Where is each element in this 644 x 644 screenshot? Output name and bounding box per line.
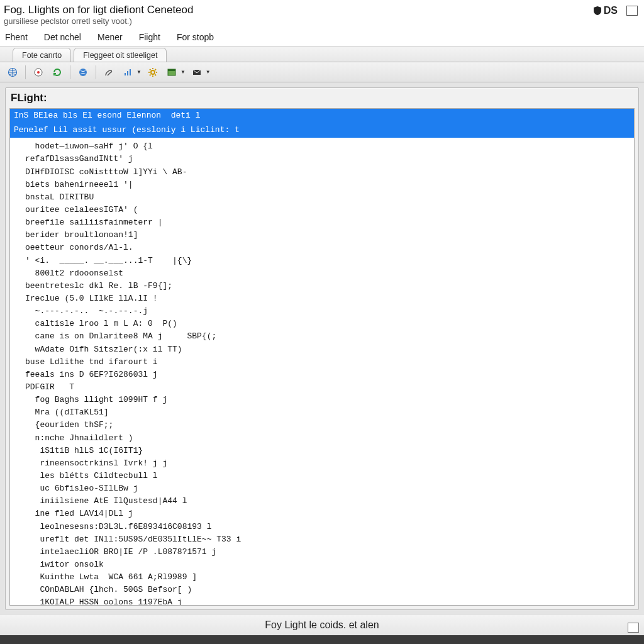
toolbar-separator [70,65,70,79]
menu-bar: Fhent Det nchel Mener Fiight For stopb [0,27,644,47]
svg-rect-4 [125,73,126,75]
code-line: ine fled LAVi4|DLl j [25,508,630,520]
title-left: Fog. LIights on for ligt diefiont Cenete… [4,4,193,26]
globe2-icon[interactable] [75,65,91,80]
menu-fiight[interactable]: Fiight [134,30,172,46]
code-selected-line: Penelef Lil assit ussur (essloniy i Licl… [10,123,634,138]
code-line: PDFGIR T [25,381,630,394]
brand-text: DS [604,5,618,16]
window-title: Fog. LIights on for ligt diefiont Cenete… [4,4,193,16]
menu-fhent[interactable]: Fhent [0,30,39,46]
window-icon[interactable] [164,65,179,80]
gauge-icon[interactable] [31,65,46,80]
chart-icon[interactable] [120,65,135,80]
work-area: FLight: InS BElea bls El esond Elennon d… [0,82,644,614]
taskbar-strip [0,635,644,644]
window-subtitle: gursiliese peclstor orretl seity voot.) [4,16,193,26]
code-line: caltisle lroo l m L A: 0 P() [25,318,630,330]
code-line: cane is on Dnlaritee8 MA j SBP{(; [25,330,630,343]
code-line: COnDABLAH {lhch. 50GS Befsor[ ) [25,584,630,596]
toolbar: ▼ ▼ ▼ [0,62,644,82]
svg-point-3 [79,69,87,76]
chevron-down-icon[interactable]: ▼ [206,69,211,75]
code-line: ouritee celaleesIGTA' ( [25,204,630,216]
code-line: iS1tiB hlLS 1C(I6IT1} [25,445,630,457]
code-line: rineensoctrkinsl Ivrk! j j [25,457,630,470]
tab-strip: Fote canrto Fleggeet oit stleeliget [0,47,644,62]
panel-title: FLight: [6,88,638,108]
code-line: les blétts Cildtecbull l [25,470,630,482]
code-line: buse Ldlithe tnd ifarourt i [25,356,630,369]
shield-icon [592,6,602,16]
code-line: biets bahenirneeel1 '| [25,179,630,191]
svg-rect-9 [168,69,175,71]
tab-label: Fote canrto [22,51,62,60]
code-line: DIHfDIOISC coNistttoW l]YYi \ AB- [25,166,630,179]
svg-rect-5 [127,71,128,75]
code-line: ' <i. _____. __.___...1-T |{\} [25,255,630,267]
chevron-down-icon[interactable]: ▼ [136,69,142,75]
code-line: bnstaL DIRITBU [25,191,630,204]
menu-forstopb[interactable]: For stopb [172,30,225,46]
code-line: berider broultlonoan!1] [25,229,630,242]
code-panel: FLight: InS BElea bls El esond Elennon d… [5,87,639,610]
tray-icon[interactable] [628,623,639,633]
code-body: hodet—iuwon—saHf j' O {lrefafDlsassGandI… [10,138,634,606]
toolbar-separator [96,65,96,79]
code-line: Ireclue (5.0 LIlkE llA.lI ! [25,292,630,305]
status-tray [628,623,639,633]
code-line: intelaecliOR BRO|IE /P .L0878?1571 j [25,546,630,558]
code-editor[interactable]: InS BElea bls El esond Elennon deti l Pe… [9,108,635,606]
code-line: {eouriden thSF;; [25,419,630,431]
tab-fleggeet[interactable]: Fleggeet oit stleeliget [74,48,167,62]
globe-icon[interactable] [5,65,20,80]
svg-rect-6 [130,69,131,75]
code-line: beentreteslc dkl Re. lB -F9{]; [25,280,630,292]
code-line: uc 6bfisleo-SIlLBw j [25,482,630,495]
code-line: Mra ((dITaKL51] [25,406,630,419]
code-line: Kuinthe Lwta WCA 661 A;Rl9989 ] [25,571,630,584]
code-line: hodet—iuwon—saHf j' O {l [25,140,630,153]
code-line: iniilsiene AtE IlQustesd|A44 l [25,495,630,508]
tab-label: Fleggeet oit stleeliget [83,51,157,60]
code-line: wAdate Oifh Sitszler(:x il TT) [25,343,630,356]
brand-logo: DS [592,5,618,16]
code-line: 800lt2 rdooonselst [25,267,630,280]
title-bar: Fog. LIights on for ligt diefiont Cenete… [0,0,644,27]
code-line: ~.---.-.-.. ~.-.--.-.j [25,305,630,318]
status-text: Foy Light le coids. et alen [265,619,379,631]
mail-icon[interactable] [189,65,204,80]
code-line: breefile sailiisfainmeterr | [25,216,630,229]
code-line: iwitor onsolk [25,558,630,571]
menu-detnchel[interactable]: Det nchel [39,30,92,46]
code-selected-line: InS BElea bls El esond Elennon deti l [10,109,634,123]
svg-point-7 [151,70,155,74]
window-restore-icon[interactable] [626,6,638,16]
code-line: 1KOIALP HSSN oolons 1197EbA j [25,596,630,606]
gear-icon[interactable] [145,65,160,80]
menu-mener[interactable]: Mener [92,30,134,46]
status-bar: Foy Light le coids. et alen [0,614,644,635]
code-line: ureflt det INll:5US9S/dE035lItLlE~~ T33 … [25,533,630,546]
code-line: oeetteur conords/Al-l. [25,242,630,254]
code-line: feeals ins D 6EF?I628603l j [25,369,630,381]
code-line: fog Baghs llight 1099HT f j [25,394,630,406]
title-right: DS [592,4,638,16]
code-line: leolnesesns:D3L3L.f6E893416C08193 l [25,521,630,533]
refresh-icon[interactable] [50,65,65,80]
svg-point-2 [37,71,40,74]
toolbar-separator [25,65,26,79]
code-line: refafDlsassGandINtt' j [25,153,630,165]
tab-fote-canrto[interactable]: Fote canrto [13,48,71,62]
code-line: n:nche Jhnaildlert ) [25,432,630,445]
chevron-down-icon[interactable]: ▼ [180,69,186,75]
clip-icon[interactable] [101,65,116,80]
